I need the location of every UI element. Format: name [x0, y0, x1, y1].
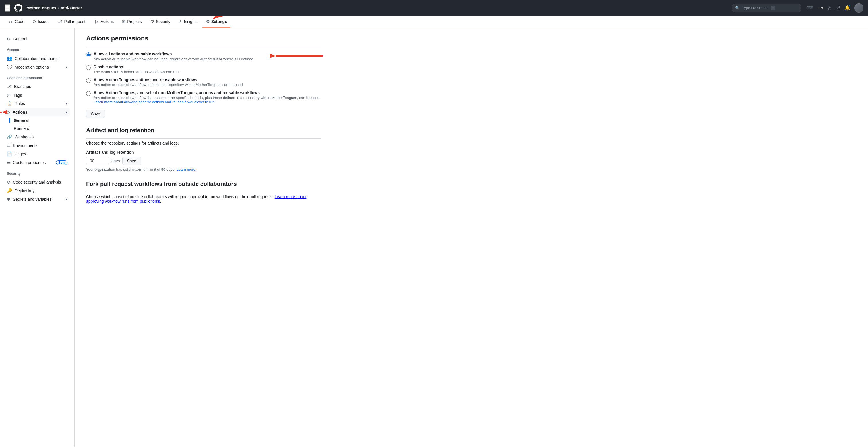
sidebar-item-collaborators[interactable]: 👥 Collaborators and teams [5, 54, 70, 63]
artifact-hint-bold: 90 [161, 167, 165, 172]
artifact-save-button[interactable]: Save [122, 157, 141, 165]
permissions-save-button[interactable]: Save [86, 110, 105, 118]
sidebar-item-environments[interactable]: ☰ Environments [5, 141, 70, 150]
search-icon: 🔍 [735, 6, 740, 10]
beta-badge: Beta [56, 160, 67, 165]
terminal-button[interactable]: ⌨ [807, 5, 813, 11]
artifact-hint: Your organization has set a maximum limi… [86, 167, 321, 172]
pr-button[interactable]: ⎇ [835, 5, 840, 11]
sidebar-rules-label: Rules [14, 101, 25, 106]
avatar[interactable] [854, 3, 863, 12]
artifact-days-unit: days [112, 159, 120, 163]
sidebar-item-pages[interactable]: 📄 Pages [5, 150, 70, 158]
rules-chevron-down-icon: ▾ [66, 102, 67, 106]
sidebar-item-tags[interactable]: 🏷 Tags [5, 91, 70, 99]
new-button[interactable]: ＋▾ [817, 5, 823, 11]
issues-icon: ⊙ [32, 19, 36, 24]
chevron-down-icon: ▾ [66, 65, 67, 69]
repo-nav: <> Code ⊙ Issues ⎇ Pull requests ▷ Actio… [0, 16, 868, 28]
settings-nav-icon: ⚙ [206, 19, 210, 24]
allow-all-label[interactable]: Allow all actions and reusable workflows [94, 51, 172, 56]
sidebar-item-code-security[interactable]: ⊙ Code security and analysis [5, 178, 70, 186]
nav-actions[interactable]: ▷ Actions [92, 16, 117, 28]
search-box[interactable]: 🔍 Type / to search / [732, 4, 801, 12]
actions-icon: ▷ [95, 19, 99, 24]
artifact-field-label: Artifact and log retention [86, 150, 321, 154]
sidebar-item-deploy-keys[interactable]: 🔑 Deploy keys [5, 186, 70, 195]
nav-issues-label: Issues [38, 19, 50, 24]
disable-desc: The Actions tab is hidden and no workflo… [94, 70, 180, 74]
allow-select-learn-more-link[interactable]: Learn more about allowing specific actio… [94, 100, 216, 104]
sidebar-item-custom-properties[interactable]: ☰ Custom properties Beta [5, 158, 70, 167]
nav-code[interactable]: <> Code [5, 16, 28, 28]
main-content: Actions permissions Allow all actions an… [74, 28, 333, 447]
hamburger-button[interactable]: ☰ [5, 4, 10, 12]
nav-pull-requests[interactable]: ⎇ Pull requests [54, 16, 91, 28]
artifact-learn-more-link[interactable]: Learn more. [177, 167, 197, 172]
topbar-actions: ⌨ ＋▾ ◎ ⎇ 🔔 [807, 3, 863, 12]
layout: ⚙ General Access 👥 Collaborators and tea… [0, 28, 868, 447]
nav-insights[interactable]: ↗ Insights [175, 16, 201, 28]
security-nav-icon: 🛡 [150, 19, 154, 24]
rules-icon: 📋 [7, 101, 12, 106]
repo-link[interactable]: mtd-starter [61, 6, 82, 10]
org-link[interactable]: MotherTongues [26, 6, 56, 10]
code-security-icon: ⊙ [7, 179, 11, 185]
sidebar-moderation-label: Moderation options [14, 65, 49, 69]
disable-label[interactable]: Disable actions [94, 65, 123, 69]
allow-org-radio[interactable] [86, 78, 91, 83]
actions-chevron-up-icon: ▴ [66, 110, 67, 114]
nav-pr-label: Pull requests [64, 19, 87, 24]
pages-icon: 📄 [7, 151, 12, 157]
sidebar-item-rules[interactable]: 📋 Rules ▾ [5, 99, 70, 108]
sidebar-subitem-runners[interactable]: Runners [5, 125, 70, 133]
radio-option-allow-select: Allow MotherTongues, and select non-Moth… [86, 90, 321, 104]
fork-section-desc: Choose which subset of outside collabora… [86, 195, 321, 204]
nav-insights-label: Insights [184, 19, 197, 24]
sidebar-tags-label: Tags [13, 93, 22, 98]
nav-projects-label: Projects [127, 19, 142, 24]
secrets-icon: ✱ [7, 197, 11, 202]
allow-org-desc: Any action or reusable workflow defined … [94, 82, 244, 87]
sidebar-general-label: General [13, 37, 27, 41]
allow-all-radio[interactable] [86, 53, 91, 57]
artifact-section-title: Artifact and log retention [86, 127, 321, 139]
fork-desc-before: Choose which subset of outside collabora… [86, 195, 275, 199]
nav-security[interactable]: 🛡 Security [146, 16, 174, 28]
code-icon: <> [8, 19, 13, 24]
nav-projects[interactable]: ⊞ Projects [118, 16, 145, 28]
sidebar-item-moderation[interactable]: 💬 Moderation options ▾ [5, 63, 70, 71]
sidebar: ⚙ General Access 👥 Collaborators and tea… [0, 28, 74, 447]
sidebar-item-secrets[interactable]: ✱ Secrets and variables ▾ [5, 195, 70, 204]
nav-settings-label: Settings [211, 19, 227, 24]
notification-button[interactable]: 🔔 [844, 5, 850, 11]
allow-org-content: Allow MotherTongues actions and reusable… [94, 77, 244, 87]
secrets-chevron-down-icon: ▾ [66, 197, 67, 201]
permissions-radio-group: Allow all actions and reusable workflows… [86, 51, 321, 104]
sidebar-secrets-label: Secrets and variables [13, 197, 52, 202]
nav-settings[interactable]: ⚙ Settings [203, 16, 230, 28]
tag-icon: 🏷 [7, 93, 11, 98]
copilot-button[interactable]: ◎ [827, 5, 831, 11]
sidebar-environments-label: Environments [13, 143, 38, 148]
sidebar-webhooks-label: Webhooks [14, 135, 34, 139]
sidebar-item-webhooks[interactable]: 🔗 Webhooks [5, 133, 70, 141]
nav-security-label: Security [156, 19, 170, 24]
artifact-section-desc: Choose the repository settings for artif… [86, 141, 321, 145]
allow-select-label[interactable]: Allow MotherTongues, and select non-Moth… [94, 90, 260, 95]
nav-issues[interactable]: ⊙ Issues [29, 16, 53, 28]
sidebar-item-actions[interactable]: ▷ Actions ▴ [5, 108, 70, 116]
sidebar-subitem-general[interactable]: General [5, 116, 70, 125]
environments-icon: ☰ [7, 143, 11, 148]
allow-org-label[interactable]: Allow MotherTongues actions and reusable… [94, 77, 197, 82]
actions-sidebar-icon: ▷ [7, 110, 10, 115]
sidebar-item-branches[interactable]: ⎇ Branches [5, 82, 70, 91]
allow-select-radio[interactable] [86, 91, 91, 96]
page-title: Actions permissions [86, 35, 321, 47]
sidebar-item-general[interactable]: ⚙ General [5, 35, 70, 43]
artifact-days-input[interactable]: 90 [86, 157, 109, 165]
breadcrumb: MotherTongues / mtd-starter [26, 6, 82, 10]
sidebar-security-section: Security [5, 172, 70, 175]
artifact-hint-before: Your organization has set a maximum limi… [86, 167, 161, 172]
disable-actions-radio[interactable] [86, 65, 91, 70]
